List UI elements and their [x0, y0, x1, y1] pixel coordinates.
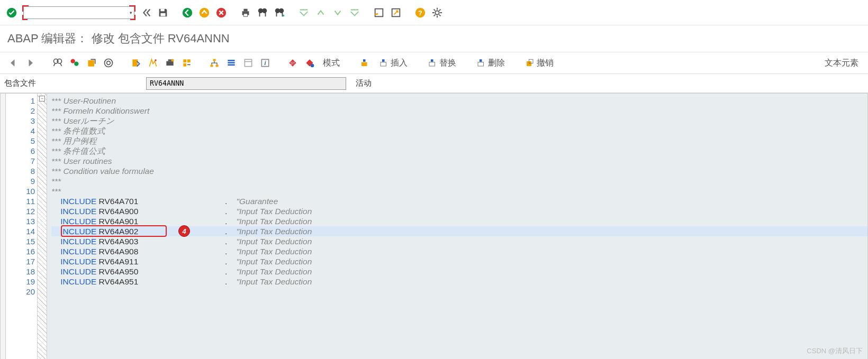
svg-rect-26	[183, 59, 186, 62]
highlight-frame	[61, 225, 167, 237]
code-line[interactable]: *** 用户例程	[51, 136, 867, 146]
code-line[interactable]: *** User routines	[51, 156, 867, 166]
page-title: ABAP 编辑器： 修改 包含文件 RV64ANNN	[0, 25, 868, 52]
svg-rect-29	[213, 59, 216, 61]
check-icon[interactable]	[129, 56, 143, 70]
svg-point-19	[105, 59, 113, 67]
find-next-icon[interactable]	[272, 5, 287, 20]
code-line[interactable]: *** Condition value formulae	[51, 166, 867, 176]
new-session-icon[interactable]	[372, 5, 386, 20]
find-icon[interactable]	[255, 5, 270, 20]
command-dropdown-icon[interactable]: ▾	[130, 10, 132, 15]
activate-icon[interactable]	[146, 56, 160, 70]
code-line[interactable]: *** Userルーチン	[51, 116, 867, 126]
svg-rect-21	[132, 59, 138, 66]
insert-button-label[interactable]: 插入	[376, 56, 411, 70]
svg-point-22	[155, 59, 156, 61]
code-line[interactable]: INCLUDE RV64A701 . "Guarantee	[51, 196, 867, 206]
svg-rect-32	[228, 60, 234, 61]
code-line[interactable]: *** User-Routinen	[51, 96, 867, 106]
settings-icon[interactable]	[430, 5, 445, 20]
breakpoint-icon[interactable]: ST	[286, 56, 300, 70]
command-field-frame: ▾	[21, 4, 137, 21]
svg-rect-46	[478, 62, 484, 67]
cancel-icon[interactable]	[214, 5, 229, 20]
replace-button[interactable]: 替换	[424, 56, 459, 70]
svg-rect-33	[228, 62, 234, 63]
nav-window-icon[interactable]	[241, 56, 255, 70]
code-line[interactable]: INCLUDE RV64A908 . "Input Tax Deduction	[51, 246, 867, 256]
svg-rect-28	[183, 63, 186, 67]
pattern-button[interactable]: 模式	[320, 56, 343, 70]
filter-bar: 包含文件 活动	[0, 74, 868, 93]
code-line[interactable]: *** 条件值公式	[51, 146, 867, 156]
code-line[interactable]: INCLUDE RV64A903 . "Input Tax Deduction	[51, 236, 867, 246]
code-line[interactable]: *** Formeln Konditionswert	[51, 106, 867, 116]
code-line[interactable]: ***	[51, 186, 867, 196]
svg-point-16	[71, 59, 75, 63]
command-field[interactable]	[23, 6, 134, 19]
text-elements-button[interactable]: 文本元素	[821, 56, 862, 70]
next-page-icon[interactable]	[330, 5, 345, 20]
code-line[interactable]	[51, 287, 867, 297]
svg-point-13	[435, 11, 439, 14]
print-icon[interactable]	[238, 5, 253, 20]
breakpoint-ext-icon[interactable]	[303, 56, 317, 70]
code-line[interactable]: INCLUDE RV64A951 . "Input Tax Deduction	[51, 277, 867, 287]
status-label: 活动	[356, 78, 372, 88]
test-icon[interactable]	[163, 56, 177, 70]
display-icon[interactable]	[51, 56, 65, 70]
code-line[interactable]: INCLUDE RV64A902 . "Input Tax Deduction	[51, 226, 867, 236]
collapse-icon[interactable]	[139, 5, 153, 20]
fold-icon[interactable]: −	[39, 96, 45, 102]
app-toolbar: i ST 模式 插入 替换 删除 撤销 文本元素	[0, 52, 868, 74]
undo-button[interactable]: 撤销	[522, 56, 557, 70]
active-inactive-icon[interactable]	[68, 56, 82, 70]
include-input[interactable]	[146, 77, 346, 90]
delete-button[interactable]: 删除	[473, 56, 508, 70]
svg-rect-1	[160, 8, 164, 11]
code-line[interactable]: INCLUDE RV64A950 . "Input Tax Deduction	[51, 266, 867, 277]
svg-rect-18	[88, 60, 94, 67]
svg-rect-42	[381, 62, 386, 67]
enhance-icon[interactable]	[102, 56, 115, 70]
enter-icon[interactable]	[4, 5, 19, 20]
svg-rect-31	[216, 65, 219, 67]
hierarchy-icon[interactable]	[207, 56, 221, 70]
code-line[interactable]: ***	[51, 176, 867, 186]
code-line[interactable]: *** 条件值数式	[51, 126, 867, 136]
other-object-icon[interactable]	[85, 56, 98, 70]
object-list-icon[interactable]	[224, 56, 238, 70]
exit-icon[interactable]	[197, 5, 212, 20]
code-line[interactable]: INCLUDE RV64A911 . "Input Tax Deduction	[51, 256, 867, 266]
back-icon[interactable]	[180, 5, 195, 20]
code-line[interactable]: INCLUDE RV64A900 . "Input Tax Deduction	[51, 206, 867, 216]
svg-rect-45	[431, 59, 433, 62]
info-icon[interactable]: i	[258, 56, 272, 70]
insert-button[interactable]	[357, 56, 373, 70]
svg-text:i: i	[264, 60, 266, 66]
nav-back-icon[interactable]	[6, 56, 20, 70]
svg-rect-35	[245, 59, 251, 66]
svg-rect-7	[243, 8, 247, 11]
svg-rect-24	[168, 59, 172, 61]
svg-rect-34	[228, 65, 234, 66]
help-icon[interactable]: ?	[413, 5, 428, 20]
nav-forward-icon[interactable]	[23, 56, 37, 70]
shortcut-icon[interactable]	[388, 5, 403, 20]
svg-point-39	[311, 64, 314, 68]
save-icon[interactable]	[156, 5, 170, 20]
svg-rect-8	[243, 13, 247, 16]
svg-point-17	[74, 62, 78, 66]
code-area[interactable]: 4 *** User-Routinen*** Formeln Kondition…	[47, 94, 867, 359]
svg-rect-2	[160, 13, 165, 15]
svg-point-3	[183, 7, 192, 17]
fold-marker-column: −	[38, 94, 47, 359]
code-editor: 1234567891011121314151617181920 − 4 *** …	[0, 93, 868, 359]
code-line[interactable]: INCLUDE RV64A901 . "Input Tax Deduction	[51, 216, 867, 226]
first-page-icon[interactable]	[296, 5, 311, 20]
where-used-icon[interactable]	[180, 56, 194, 70]
prev-page-icon[interactable]	[313, 5, 328, 20]
svg-rect-30	[211, 65, 213, 67]
last-page-icon[interactable]	[347, 5, 362, 20]
